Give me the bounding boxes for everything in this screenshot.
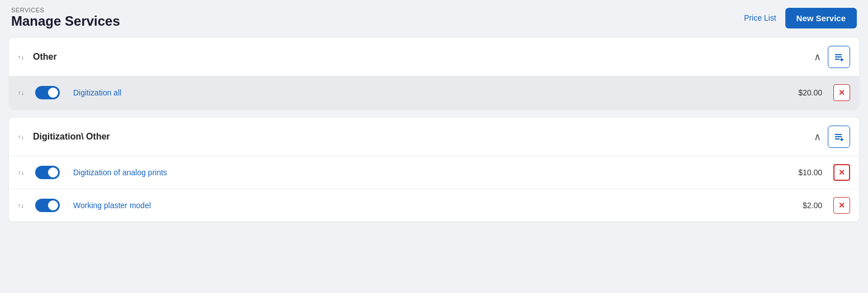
service-row-digitization-all: ↑↓ Digitization all $20.00 ✕ bbox=[9, 76, 859, 109]
group-digitization-other-header: ↑↓ Digitization\ Other bbox=[9, 118, 859, 156]
header-left: SERVICES Manage Services bbox=[11, 7, 120, 29]
chevron-up-icon-2 bbox=[814, 131, 821, 142]
content: ↑↓ Other ↑↓ Digitization bbox=[0, 38, 868, 222]
service-sort-icon-working-plaster[interactable]: ↑↓ bbox=[18, 203, 24, 209]
group-digitization-other: ↑↓ Digitization\ Other ↑↓ bbox=[9, 118, 859, 222]
service-name-digitization-all[interactable]: Digitization all bbox=[73, 88, 783, 97]
service-price-digitization-analog: $10.00 bbox=[783, 168, 822, 177]
service-row-digitization-analog: ↑↓ Digitization of analog prints $10.00 … bbox=[9, 156, 859, 189]
delete-btn-digitization-all[interactable]: ✕ bbox=[833, 84, 850, 101]
breadcrumb: SERVICES bbox=[11, 7, 120, 13]
group-other-name: Other bbox=[33, 52, 814, 62]
service-price-working-plaster: $2.00 bbox=[783, 201, 822, 210]
toggle-digitization-all[interactable] bbox=[35, 86, 60, 99]
list-add-icon bbox=[834, 52, 844, 62]
toggle-working-plaster[interactable] bbox=[35, 199, 60, 212]
page-title: Manage Services bbox=[11, 13, 120, 29]
delete-btn-digitization-analog[interactable]: ✕ bbox=[833, 164, 850, 181]
service-name-digitization-analog[interactable]: Digitization of analog prints bbox=[73, 168, 783, 177]
group-other: ↑↓ Other ↑↓ Digitization bbox=[9, 38, 859, 109]
group-digitization-other-add-service-btn[interactable] bbox=[828, 126, 850, 148]
group-digitization-other-sort-icon[interactable]: ↑↓ bbox=[18, 134, 24, 140]
group-other-sort-icon[interactable]: ↑↓ bbox=[18, 54, 24, 60]
delete-btn-working-plaster[interactable]: ✕ bbox=[833, 197, 850, 214]
chevron-up-icon bbox=[814, 51, 821, 63]
service-sort-icon-digitization-all[interactable]: ↑↓ bbox=[18, 90, 24, 96]
list-add-icon-2 bbox=[834, 132, 844, 142]
group-other-collapse-btn[interactable] bbox=[814, 51, 821, 63]
price-list-link[interactable]: Price List bbox=[744, 13, 776, 22]
header-right: Price List New Service bbox=[744, 8, 857, 28]
service-name-working-plaster[interactable]: Working plaster model bbox=[73, 201, 783, 210]
service-row-working-plaster: ↑↓ Working plaster model $2.00 ✕ bbox=[9, 189, 859, 222]
page-header: SERVICES Manage Services Price List New … bbox=[0, 0, 868, 38]
toggle-digitization-analog[interactable] bbox=[35, 166, 60, 179]
group-digitization-other-name: Digitization\ Other bbox=[33, 132, 814, 142]
group-other-add-service-btn[interactable] bbox=[828, 46, 850, 68]
new-service-button[interactable]: New Service bbox=[785, 8, 857, 28]
service-sort-icon-digitization-analog[interactable]: ↑↓ bbox=[18, 170, 24, 176]
group-digitization-other-collapse-btn[interactable] bbox=[814, 131, 821, 143]
group-other-header: ↑↓ Other bbox=[9, 38, 859, 76]
service-price-digitization-all: $20.00 bbox=[783, 88, 822, 97]
